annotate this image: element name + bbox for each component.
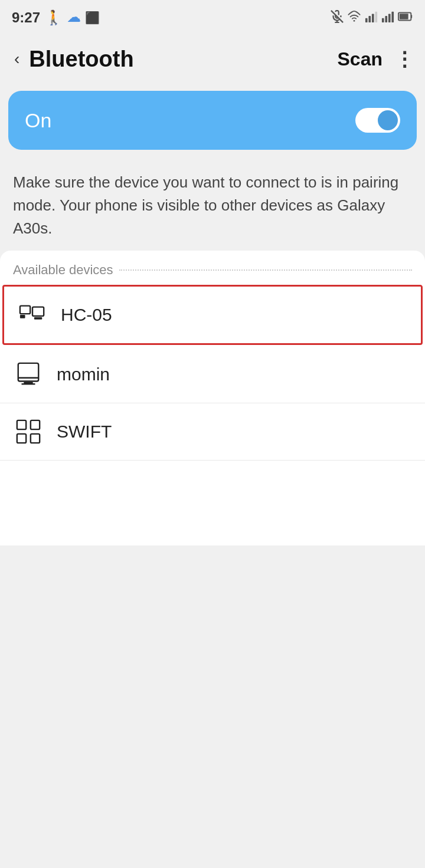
device-item-hc05[interactable]: HC-05: [2, 285, 423, 345]
svg-rect-8: [382, 18, 384, 22]
devices-header: Available devices: [0, 251, 425, 284]
status-right-icons: [331, 10, 413, 25]
svg-rect-9: [385, 16, 387, 22]
device-icon-hc05: [17, 300, 48, 330]
svg-rect-6: [372, 14, 374, 22]
svg-rect-22: [17, 420, 26, 429]
svg-rect-24: [17, 434, 26, 443]
mute-icon: [331, 10, 344, 25]
signal2-icon: [381, 10, 394, 25]
nav-bar: ‹ Bluetooth Scan ⋮: [0, 35, 425, 83]
bluetooth-description: Make sure the device you want to connect…: [0, 158, 425, 251]
signal-icon: [365, 10, 378, 25]
svg-rect-7: [375, 12, 377, 22]
page-title: Bluetooth: [29, 47, 133, 72]
svg-rect-23: [31, 420, 40, 429]
bluetooth-toggle-card[interactable]: On: [8, 91, 417, 150]
device-item-momin[interactable]: momin: [0, 346, 425, 403]
toggle-knob: [378, 110, 398, 130]
cloud-icon: ☁: [67, 10, 80, 25]
status-bar: 9:27 🚶 ☁ ⬛: [0, 0, 425, 35]
svg-rect-14: [20, 306, 30, 314]
status-time: 9:27: [12, 9, 40, 26]
svg-rect-11: [391, 12, 394, 22]
device-name-hc05: HC-05: [61, 305, 112, 325]
scan-button[interactable]: Scan: [338, 48, 382, 70]
device-name-swift: SWIFT: [57, 422, 112, 442]
battery-icon: [398, 10, 413, 25]
svg-rect-5: [368, 16, 371, 22]
record-icon: ⬛: [85, 11, 100, 25]
bluetooth-toggle-switch[interactable]: [355, 108, 400, 133]
svg-rect-16: [32, 307, 44, 316]
wifi-icon: [347, 10, 361, 25]
available-devices-section: Available devices HC-05: [0, 251, 425, 545]
device-item-swift[interactable]: SWIFT: [0, 403, 425, 461]
available-devices-label: Available devices: [13, 262, 113, 278]
svg-rect-17: [34, 317, 42, 320]
svg-point-3: [354, 20, 355, 22]
device-icon-momin: [13, 359, 44, 390]
svg-rect-15: [20, 315, 25, 318]
more-options-button[interactable]: ⋮: [394, 47, 414, 71]
device-icon-swift: [13, 416, 44, 447]
svg-rect-25: [31, 434, 40, 443]
svg-rect-13: [400, 14, 408, 19]
dotted-divider: [119, 269, 412, 271]
back-button[interactable]: ‹: [11, 46, 23, 72]
device-name-momin: momin: [57, 364, 110, 384]
svg-rect-10: [388, 14, 391, 22]
walk-icon: 🚶: [45, 9, 63, 26]
toggle-label: On: [25, 109, 51, 132]
svg-rect-4: [365, 18, 368, 22]
content-area: On Make sure the device you want to conn…: [0, 91, 425, 545]
